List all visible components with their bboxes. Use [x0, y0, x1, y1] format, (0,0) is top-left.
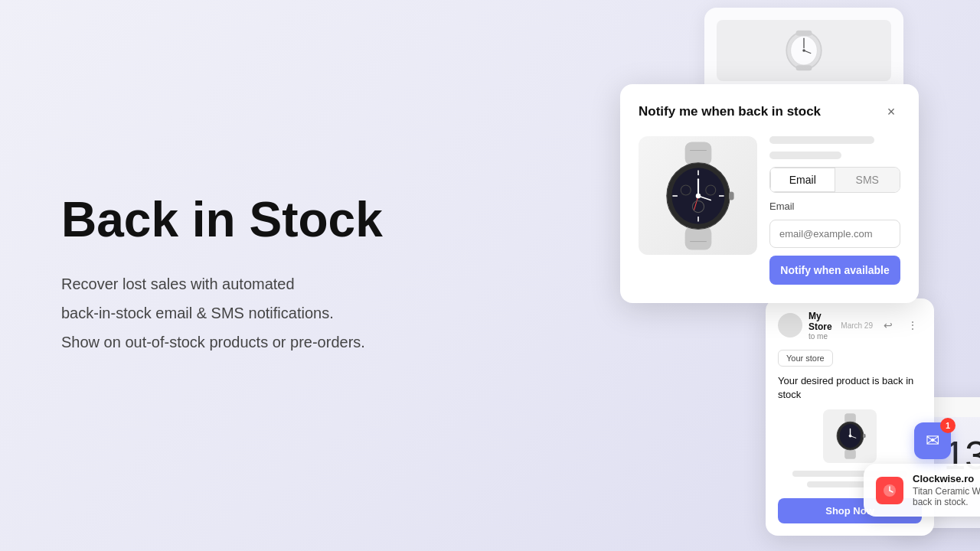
- svg-rect-7: [684, 142, 711, 165]
- watch-icon-bg: [777, 24, 831, 77]
- modal-body: Email SMS Email Notify when available: [639, 136, 900, 285]
- tab-email[interactable]: Email: [770, 168, 835, 192]
- svg-rect-35: [863, 434, 866, 439]
- email-date: March 29: [841, 321, 873, 330]
- notif-message: Titan Ceramic Watch is back in stock.: [913, 486, 980, 507]
- clock-icon: [882, 483, 897, 498]
- modal-product-image: [639, 136, 757, 255]
- email-headline: Your desired product is back in stock: [778, 374, 922, 402]
- sender-name: My Store: [808, 311, 835, 332]
- tab-sms[interactable]: SMS: [835, 168, 900, 192]
- modal-header: Notify me when back in stock ×: [639, 103, 900, 121]
- modal-form-area: Email SMS Email Notify when available: [769, 136, 900, 285]
- email-product-thumbnail: [823, 409, 877, 463]
- right-section: ☆ ☆ ☆ ☆ ☆ Sold out Notify me when back i…: [444, 0, 980, 551]
- product-card-img: [717, 20, 891, 81]
- sender-to: to me: [808, 332, 835, 341]
- notification-banner: Clockwise.ro Titan Ceramic Watch is back…: [864, 464, 980, 517]
- modal-title: Notify me when back in stock: [639, 104, 821, 119]
- sender-info: My Store to me: [808, 311, 835, 341]
- desc-line-2: back-in-stock email & SMS notifications.: [61, 300, 383, 326]
- back-in-stock-modal: Notify me when back in stock ×: [620, 84, 919, 303]
- reply-icon[interactable]: ↩: [879, 316, 897, 334]
- svg-rect-22: [729, 191, 734, 200]
- modal-close-button[interactable]: ×: [882, 103, 900, 121]
- modal-skeleton-1: [769, 136, 874, 144]
- notif-app-name: Clockwise.ro: [913, 473, 980, 484]
- svg-rect-5: [796, 31, 812, 36]
- email-actions: ↩ ⋮: [879, 316, 922, 334]
- left-section: Back in Stock Recover lost sales with au…: [61, 193, 383, 358]
- description-block: Recover lost sales with automated back-i…: [61, 271, 383, 355]
- email-badge: 1: [940, 418, 956, 433]
- channel-tab-row[interactable]: Email SMS: [769, 167, 900, 193]
- email-icon: ✉: [926, 431, 939, 451]
- email-input[interactable]: [769, 220, 900, 248]
- svg-point-4: [802, 49, 805, 52]
- modal-skeleton-2: [769, 152, 841, 159]
- page-title: Back in Stock: [61, 193, 383, 246]
- svg-rect-29: [844, 449, 856, 459]
- desc-line-1: Recover lost sales with automated: [61, 271, 383, 297]
- desc-line-3: Show on out-of-stock products or pre-ord…: [61, 329, 383, 355]
- svg-point-19: [695, 193, 701, 198]
- notif-app-icon: [876, 477, 903, 504]
- more-icon[interactable]: ⋮: [903, 316, 922, 334]
- email-header: My Store to me March 29 ↩ ⋮: [778, 311, 922, 341]
- notify-button[interactable]: Notify when available: [769, 256, 900, 285]
- notification-text: Clockwise.ro Titan Ceramic Watch is back…: [913, 473, 980, 507]
- watch-icon-modal: [648, 139, 748, 253]
- sender-avatar: [778, 313, 802, 337]
- email-field-label: Email: [769, 201, 900, 212]
- svg-point-34: [848, 435, 851, 438]
- watch-icon-email: [829, 413, 871, 459]
- store-badge: Your store: [778, 350, 833, 367]
- svg-rect-8: [684, 227, 711, 249]
- floating-email-button[interactable]: ✉ 1: [914, 422, 951, 459]
- svg-rect-6: [796, 65, 812, 70]
